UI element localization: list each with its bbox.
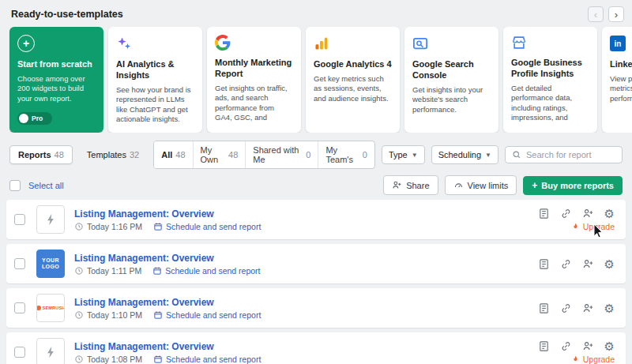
report-row: YOUR LOGO Listing Management: Overview T… — [6, 244, 626, 283]
view-limits-label: View limits — [468, 181, 509, 190]
upgrade-link[interactable]: Upgrade — [571, 222, 615, 231]
report-search — [505, 146, 623, 163]
settings-gear-icon[interactable]: ⚙ — [604, 208, 615, 220]
pro-label: Pro — [32, 114, 43, 122]
share-user-icon[interactable] — [582, 258, 594, 270]
scope-all[interactable]: All 48 — [154, 141, 192, 168]
clock-icon — [74, 355, 84, 364]
pages-icon[interactable] — [538, 302, 550, 314]
schedule-send-link[interactable]: Schedule and send report — [153, 310, 261, 320]
card-title: LinkedIn Pages — [610, 59, 632, 70]
card-description: Get detailed performance data, including… — [511, 84, 589, 126]
copy-link-icon[interactable] — [560, 340, 572, 352]
carousel-prev-button[interactable]: ‹ — [588, 6, 604, 22]
share-label: Share — [406, 181, 429, 190]
pages-icon[interactable] — [538, 208, 550, 220]
template-card-start-from-scratch[interactable]: + Start from scratch Choose among over 2… — [9, 27, 103, 133]
template-card-gsc[interactable]: Google Search Console Get insights into … — [404, 27, 498, 133]
template-card-linkedin[interactable]: in LinkedIn Pages View page audience met… — [602, 27, 632, 133]
share-user-icon[interactable] — [582, 208, 594, 220]
tab-templates[interactable]: Templates 32 — [79, 146, 147, 163]
report-checkbox[interactable] — [14, 258, 25, 269]
template-card-gbp[interactable]: Google Business Profile Insights Get det… — [503, 27, 597, 133]
card-title: Start from scratch — [17, 59, 96, 70]
buy-more-reports-button[interactable]: + Buy more reports — [523, 176, 623, 195]
scope-count: 48 — [175, 150, 185, 159]
scope-shared-with-me[interactable]: Shared with Me 0 — [245, 141, 318, 168]
copy-link-icon[interactable] — [560, 302, 572, 314]
scope-label: All — [161, 150, 172, 159]
view-limits-button[interactable]: View limits — [445, 175, 517, 195]
pages-icon[interactable] — [538, 258, 550, 270]
storefront-icon — [511, 35, 589, 51]
google-logo-icon — [215, 35, 293, 51]
type-dropdown-label: Type — [389, 150, 408, 159]
carousel-next-button[interactable]: › — [608, 6, 624, 22]
scope-my-own[interactable]: My Own 48 — [193, 141, 246, 168]
linkedin-icon: in — [610, 35, 632, 52]
settings-gear-icon[interactable]: ⚙ — [604, 302, 615, 314]
report-title-link[interactable]: Listing Management: Overview — [74, 253, 261, 264]
semrush-logo-dot — [36, 306, 41, 310]
pro-toggle[interactable]: Pro — [17, 112, 52, 125]
plus-icon: + — [532, 181, 537, 190]
lightning-icon — [43, 212, 58, 227]
gauge-icon — [453, 180, 464, 190]
report-checkbox[interactable] — [14, 347, 25, 358]
share-button[interactable]: Share — [383, 175, 438, 195]
report-title-link[interactable]: Listing Management: Overview — [74, 208, 261, 220]
pages-icon[interactable] — [538, 340, 550, 352]
settings-gear-icon[interactable]: ⚙ — [604, 340, 615, 352]
template-card-monthly-marketing[interactable]: Monthly Marketing Report Get insights on… — [207, 27, 301, 133]
report-checkbox[interactable] — [14, 214, 25, 225]
share-user-icon[interactable] — [582, 340, 594, 352]
select-all-label[interactable]: Select all — [28, 181, 64, 190]
scope-segmented-control: All 48 My Own 48 Shared with Me 0 My Tea… — [153, 141, 375, 169]
tab-label: Templates — [87, 150, 126, 159]
flame-icon — [571, 355, 580, 364]
copy-link-icon[interactable] — [560, 258, 572, 270]
semrush-logo: SEMRUSH — [36, 306, 65, 310]
template-cards-row: + Start from scratch Choose among over 2… — [0, 27, 632, 133]
upgrade-link[interactable]: Upgrade — [571, 355, 615, 364]
scheduling-dropdown-label: Scheduling — [438, 150, 481, 159]
scope-my-teams[interactable]: My Team's 0 — [318, 141, 374, 168]
list-toolbar: Select all Share View limits + Buy more … — [0, 169, 632, 200]
card-description: Get insights on traffic, ads, and search… — [215, 84, 293, 126]
copy-link-icon[interactable] — [560, 208, 572, 220]
toggle-knob-icon — [19, 114, 28, 123]
search-console-icon — [412, 35, 491, 52]
tab-reports[interactable]: Reports 48 — [9, 145, 73, 164]
logo-text: YOUR — [42, 257, 59, 264]
scheduling-dropdown[interactable]: Scheduling ▼ — [431, 145, 498, 164]
report-timestamp: Today 1:08 PM — [74, 355, 142, 364]
linkedin-badge: in — [610, 36, 626, 51]
report-title-link[interactable]: Listing Management: Overview — [74, 297, 261, 308]
select-all-checkbox[interactable] — [9, 180, 21, 191]
card-title: AI Analytics & Insights — [116, 59, 194, 81]
schedule-send-link[interactable]: Schedule and send report — [153, 355, 261, 364]
report-thumbnail — [36, 338, 65, 364]
settings-gear-icon[interactable]: ⚙ — [604, 258, 615, 270]
schedule-send-link[interactable]: Schedule and send report — [153, 222, 261, 231]
card-description: Choose among over 200 widgets to build y… — [17, 74, 96, 107]
chevron-down-icon: ▼ — [485, 152, 491, 159]
scope-count: 0 — [363, 150, 367, 159]
scope-count: 48 — [228, 150, 238, 159]
calendar-icon — [153, 355, 163, 364]
template-card-ga4[interactable]: Google Analytics 4 Get key metrics such … — [306, 27, 400, 133]
type-dropdown[interactable]: Type ▼ — [382, 145, 425, 164]
report-thumbnail: YOUR LOGO — [36, 250, 65, 278]
card-description: View page audience metrics and compare p… — [610, 74, 632, 125]
search-input[interactable] — [526, 150, 615, 159]
card-description: See how your brand is represented in LLM… — [116, 85, 194, 126]
card-description: Get key metrics such as sessions, events… — [314, 74, 392, 125]
schedule-send-link[interactable]: Schedule and send report — [152, 266, 260, 276]
share-user-icon[interactable] — [582, 302, 594, 314]
search-icon — [512, 150, 521, 159]
analytics-bars-icon — [314, 35, 392, 52]
tab-label: Reports — [18, 150, 51, 159]
template-card-ai-analytics[interactable]: AI Analytics & Insights See how your bra… — [108, 27, 202, 133]
report-title-link[interactable]: Listing Management: Overview — [74, 341, 261, 352]
report-checkbox[interactable] — [14, 302, 25, 313]
